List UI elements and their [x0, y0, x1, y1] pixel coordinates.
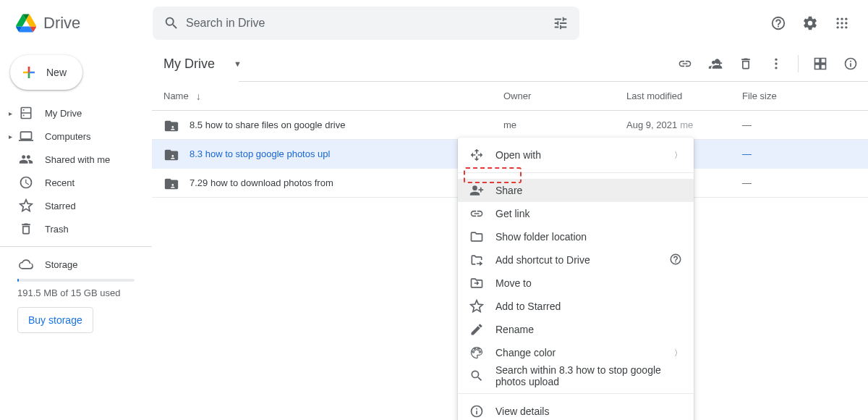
- col-size[interactable]: File size: [742, 91, 856, 101]
- apps-icon[interactable]: [827, 9, 856, 38]
- menu-item-add-shortcut-to[interactable]: Add shortcut to Drive: [458, 248, 694, 272]
- divider: [0, 246, 152, 247]
- storage-bar: [17, 279, 135, 282]
- breadcrumb[interactable]: My Drive ▼: [158, 54, 247, 75]
- header-actions: [764, 9, 856, 38]
- share-icon[interactable]: [701, 49, 730, 78]
- sidebar-item-trash[interactable]: Trash: [0, 217, 143, 240]
- svg-point-2: [845, 18, 847, 20]
- expand-icon: ▸: [6, 133, 14, 140]
- menu-item-get-link[interactable]: Get link: [458, 202, 694, 225]
- svg-point-5: [845, 22, 847, 24]
- help-icon[interactable]: [764, 9, 793, 38]
- shared-folder-icon: [163, 147, 178, 161]
- menu-divider: [458, 393, 694, 394]
- menu-item-search-within-8.3[interactable]: Search within 8.3 how to stop google pho…: [458, 364, 694, 387]
- sidebar-item-recent[interactable]: Recent: [0, 171, 143, 194]
- sidebar-item-my-drive[interactable]: ▸ My Drive: [0, 101, 143, 125]
- menu-item-show-folder-location[interactable]: Show folder location: [458, 225, 694, 248]
- delete-icon[interactable]: [731, 49, 760, 78]
- plus-icon: [20, 64, 38, 81]
- svg-point-10: [775, 62, 777, 64]
- context-menu: Open with〉ShareGet linkShow folder locat…: [458, 138, 694, 420]
- menu-divider: [458, 172, 694, 173]
- new-label: New: [46, 67, 67, 78]
- chevron-right-icon: 〉: [674, 348, 682, 358]
- svg-point-7: [841, 26, 843, 28]
- info-icon[interactable]: [836, 49, 865, 78]
- sort-arrow-icon: ↓: [196, 91, 201, 102]
- sidebar-item-starred[interactable]: Starred: [0, 194, 143, 217]
- menu-item-change-color[interactable]: Change color〉: [458, 341, 694, 364]
- action-bar: [671, 49, 865, 78]
- table-header: Name↓ Owner Last modified File size: [152, 82, 868, 111]
- help-icon[interactable]: [669, 253, 682, 268]
- settings-icon[interactable]: [796, 9, 825, 38]
- app-name: Drive: [43, 14, 80, 33]
- svg-point-6: [837, 26, 839, 28]
- menu-item-share[interactable]: Share: [458, 179, 694, 202]
- shared-folder-icon: [163, 118, 178, 133]
- menu-item-move-to[interactable]: Move to: [458, 272, 694, 295]
- svg-point-1: [841, 18, 843, 20]
- table-row[interactable]: 8.5 how to share files on google drive m…: [152, 111, 868, 140]
- svg-point-11: [775, 67, 777, 69]
- search-options-icon[interactable]: [546, 9, 575, 38]
- sidebar: New ▸ My Drive▸ Computers Shared with me…: [0, 46, 152, 420]
- buy-storage-button[interactable]: Buy storage: [17, 307, 93, 333]
- col-name[interactable]: Name↓: [163, 91, 503, 102]
- sidebar-item-shared-with-me[interactable]: Shared with me: [0, 148, 143, 171]
- search-icon[interactable]: [157, 9, 186, 38]
- sidebar-item-storage[interactable]: Storage: [0, 253, 143, 276]
- svg-point-0: [837, 18, 839, 20]
- menu-item-open-with[interactable]: Open with〉: [458, 143, 694, 167]
- more-icon[interactable]: [762, 49, 791, 78]
- menu-item-rename[interactable]: Rename: [458, 318, 694, 341]
- storage-text: 191.5 MB of 15 GB used: [17, 287, 135, 298]
- col-modified[interactable]: Last modified: [626, 91, 742, 101]
- chevron-right-icon: 〉: [674, 150, 682, 161]
- svg-point-3: [837, 22, 839, 24]
- svg-point-9: [775, 59, 777, 61]
- expand-icon: ▸: [6, 109, 14, 117]
- get-link-icon[interactable]: [671, 49, 699, 78]
- col-owner[interactable]: Owner: [503, 91, 626, 101]
- cloud-icon: [17, 256, 35, 273]
- main-content: My Drive ▼ Name↓ Owner Last modified Fil…: [152, 46, 868, 420]
- header: Drive: [0, 0, 868, 46]
- new-button[interactable]: New: [10, 55, 82, 90]
- menu-item-view-details[interactable]: View details: [458, 400, 694, 420]
- grid-view-icon[interactable]: [806, 49, 835, 78]
- sidebar-item-computers[interactable]: ▸ Computers: [0, 125, 143, 148]
- drive-logo[interactable]: Drive: [12, 9, 153, 38]
- search-input[interactable]: [186, 17, 546, 30]
- drive-logo-icon: [12, 9, 41, 38]
- chevron-down-icon: ▼: [234, 59, 242, 68]
- search-bar: [153, 7, 579, 40]
- svg-point-8: [845, 26, 847, 28]
- menu-item-add-to-starred[interactable]: Add to Starred: [458, 295, 694, 318]
- svg-point-4: [841, 22, 843, 24]
- shared-folder-icon: [163, 176, 178, 190]
